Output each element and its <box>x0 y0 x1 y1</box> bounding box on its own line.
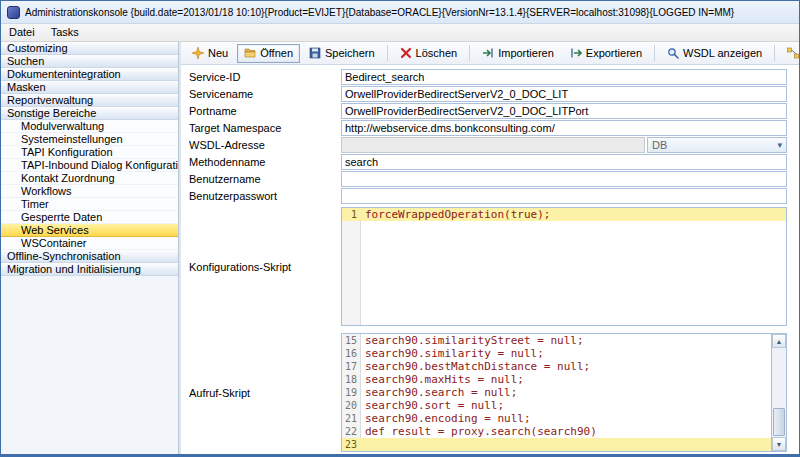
mapping-icon <box>787 47 799 59</box>
line-number: 18 <box>342 373 360 386</box>
wsdl-adresse-label: WSDL-Adresse <box>189 139 341 151</box>
exportieren-button[interactable]: Exportieren <box>563 44 649 63</box>
line-number: 16 <box>342 347 360 360</box>
portname-input[interactable] <box>341 103 787 119</box>
toolbar-separator <box>774 45 775 61</box>
loeschen-button[interactable]: Löschen <box>393 44 465 63</box>
code-line: 17 search90.bestMatchDistance = null; <box>342 360 771 373</box>
form-row: Methodenname <box>189 154 787 170</box>
content: Customizing Suchen Dokumentenintegration… <box>1 42 799 454</box>
sidebar-item-customizing[interactable]: Customizing <box>1 42 178 55</box>
neu-button[interactable]: Neu <box>185 44 235 63</box>
code-line: 21 search90.encoding = null; <box>342 412 771 425</box>
wsdl-anzeigen-button[interactable]: WSDL anzeigen <box>660 44 769 63</box>
menubar: Datei Tasks <box>1 24 799 42</box>
oeffnen-button[interactable]: Öffnen <box>237 44 300 63</box>
sidebar-item-web-services[interactable]: Web Services <box>1 224 178 237</box>
exportieren-button-label: Exportieren <box>586 47 642 59</box>
servicename-input[interactable] <box>341 86 787 102</box>
line-number: 17 <box>342 360 360 373</box>
code-text: search90.search = null; <box>360 386 517 399</box>
code-text: search90.bestMatchDistance = null; <box>360 360 590 373</box>
service-id-label: Service-ID <box>189 71 341 83</box>
code-text: forceWrappedOperation(true); <box>360 208 550 221</box>
target-namespace-input[interactable] <box>341 120 787 136</box>
sidebar-item-gesperrte-daten[interactable]: Gesperrte Daten <box>1 211 178 224</box>
form-row: Portname <box>189 103 787 119</box>
menu-datei[interactable]: Datei <box>1 24 43 41</box>
benutzername-input[interactable] <box>341 171 787 187</box>
menu-tasks[interactable]: Tasks <box>43 24 87 41</box>
speichern-button[interactable]: Speichern <box>302 44 382 63</box>
form-row: Benutzerpasswort <box>189 188 787 204</box>
line-number: 1 <box>342 208 360 221</box>
sidebar-item-tapi-konfiguration[interactable]: TAPI Konfiguration <box>1 146 178 159</box>
sidebar-item-migration-und-initialisierung[interactable]: Migration und Initialisierung <box>1 263 178 276</box>
web-service-form: Service-ID Servicename Portname Target N… <box>181 65 799 454</box>
methodenname-label: Methodenname <box>189 156 341 168</box>
aufruf-skript-label: Aufruf-Skript <box>189 387 341 399</box>
wsdl-source-combo-value: DB <box>652 139 667 151</box>
titlebar: Administrationskonsole {build.date=2013/… <box>1 1 799 24</box>
main-panel: Neu Öffnen Speichern <box>181 42 799 454</box>
delete-icon <box>400 47 412 59</box>
app-window: Administrationskonsole {build.date=2013/… <box>0 0 800 457</box>
sidebar-item-sonstige-bereiche[interactable]: Sonstige Bereiche <box>1 107 178 120</box>
scroll-up-icon[interactable]: ▲ <box>772 334 786 348</box>
code-line: 20 search90.sort = null; <box>342 399 771 412</box>
code-line: 18 search90.maxHits = null; <box>342 373 771 386</box>
wsdl-source-combo[interactable]: DB ▾ <box>647 137 787 153</box>
code-line: 1 forceWrappedOperation(true); <box>342 208 786 221</box>
config-script-editor-wrap: 1 forceWrappedOperation(true); <box>341 207 787 326</box>
neu-button-label: Neu <box>208 47 228 59</box>
sidebar-item-wscontainer[interactable]: WSContainer <box>1 237 178 250</box>
sidebar-item-systemeinstellungen[interactable]: Systemeinstellungen <box>1 133 178 146</box>
code-text <box>360 438 365 451</box>
import-icon <box>482 47 494 59</box>
sidebar-item-reportverwaltung[interactable]: Reportverwaltung <box>1 94 178 107</box>
vertical-scrollbar[interactable]: ▲ ▼ <box>772 333 787 452</box>
code-text: search90.similarity = null; <box>360 347 544 360</box>
sidebar-item-masken[interactable]: Masken <box>1 81 178 94</box>
wsdl-adresse-input <box>341 137 645 153</box>
form-row: Aufruf-Skript 15 search90.similarityStre… <box>189 333 787 452</box>
importieren-button-label: Importieren <box>498 47 554 59</box>
config-script-editor[interactable]: 1 forceWrappedOperation(true); <box>341 207 787 326</box>
window-title: Administrationskonsole {build.date=2013/… <box>25 7 734 18</box>
magnifier-icon <box>667 47 679 59</box>
scrollbar-track[interactable] <box>772 348 786 437</box>
methodenname-input[interactable] <box>341 154 787 170</box>
sidebar-item-suchen[interactable]: Suchen <box>1 55 178 68</box>
code-text: search90.similarityStreet = null; <box>360 334 584 347</box>
code-text: search90.encoding = null; <box>360 412 531 425</box>
toolbar: Neu Öffnen Speichern <box>181 42 799 65</box>
sidebar-item-offline-synchronisation[interactable]: Offline-Synchronisation <box>1 250 178 263</box>
line-number: 20 <box>342 399 360 412</box>
sidebar-item-tapi-inbound-dialog[interactable]: TAPI-Inbound Dialog Konfiguration <box>1 159 178 172</box>
line-number: 23 <box>342 438 360 451</box>
wsdl-anzeigen-button-label: WSDL anzeigen <box>683 47 762 59</box>
code-line: 16 search90.similarity = null; <box>342 347 771 360</box>
save-icon <box>309 47 321 59</box>
code-line: 19 search90.search = null; <box>342 386 771 399</box>
service-id-input[interactable] <box>341 69 787 85</box>
code-text: search90.maxHits = null; <box>360 373 524 386</box>
sidebar-item-dokumentenintegration[interactable]: Dokumentenintegration <box>1 68 178 81</box>
scroll-down-icon[interactable]: ▼ <box>772 437 786 451</box>
benutzerpasswort-input[interactable] <box>341 188 787 204</box>
importieren-button[interactable]: Importieren <box>475 44 561 63</box>
call-script-editor[interactable]: 15 search90.similarityStreet = null; 16 … <box>341 333 772 452</box>
sidebar-item-kontakt-zuordnung[interactable]: Kontakt Zuordnung <box>1 172 178 185</box>
mapping-button[interactable]: Mapping <box>780 44 800 63</box>
sidebar-item-modulverwaltung[interactable]: Modulverwaltung <box>1 120 178 133</box>
line-number: 19 <box>342 386 360 399</box>
sidebar-item-workflows[interactable]: Workflows <box>1 185 178 198</box>
target-namespace-label: Target Namespace <box>189 122 341 134</box>
scrollbar-thumb[interactable] <box>773 408 785 436</box>
sidebar-item-timer[interactable]: Timer <box>1 198 178 211</box>
code-text: def result = proxy.search(search90) <box>360 425 597 438</box>
benutzername-label: Benutzername <box>189 173 341 185</box>
call-script-editor-wrap: 15 search90.similarityStreet = null; 16 … <box>341 333 787 452</box>
form-row: Konfigurations-Skript 1 forceWrappedOper… <box>189 207 787 326</box>
export-icon <box>570 47 582 59</box>
